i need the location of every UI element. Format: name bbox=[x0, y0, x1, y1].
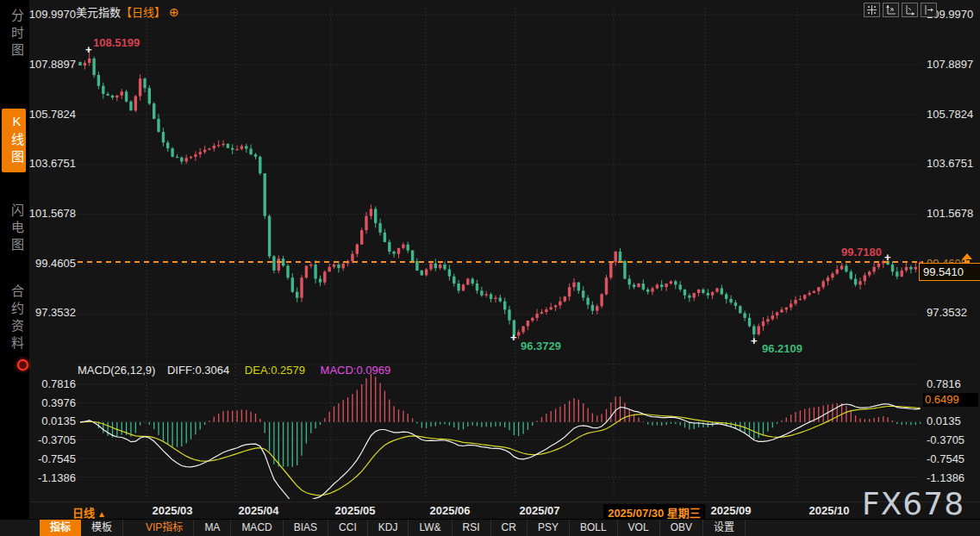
toolbar-indicator-button[interactable]: 指标 bbox=[40, 520, 81, 536]
toolbar-kdj-button[interactable]: KDJ bbox=[368, 520, 409, 536]
price-tick-right: 107.8897 bbox=[927, 59, 980, 71]
macd-params[interactable]: MACD(26,12,9) bbox=[78, 364, 155, 377]
chart-title: 美元指数【日线】⊕ bbox=[76, 3, 179, 20]
chart-region: 美元指数【日线】⊕ 109.9970107.8897105.7824103.67… bbox=[0, 0, 980, 536]
low-marker-cross: + bbox=[510, 334, 517, 341]
scale-y-axis-icon[interactable] bbox=[883, 3, 899, 17]
toolbar-cr-button[interactable]: CR bbox=[491, 520, 527, 536]
sidebar-tab-time-chart[interactable]: 分时图 bbox=[2, 3, 26, 65]
date-label: 2025/06 bbox=[430, 504, 471, 517]
toolbar-vip-indicator-button[interactable]: VIP指标 bbox=[135, 520, 194, 536]
macd-tick-right: 0.0135 bbox=[927, 415, 980, 427]
macd-dea-value: DEA:0.2579 bbox=[245, 364, 305, 377]
expand-arrow-icon: ▲ bbox=[97, 509, 106, 519]
date-label: 2025/07 bbox=[520, 504, 560, 517]
timeframe-label: 日线 bbox=[72, 507, 95, 520]
price-candlestick-pane[interactable] bbox=[77, 0, 923, 371]
chart-tool-buttons bbox=[864, 3, 937, 17]
period-high-label: 108.5199 bbox=[93, 36, 140, 49]
macd-tick-right: -1.1386 bbox=[927, 472, 980, 484]
sidebar-tab-candlestick-chart[interactable]: K线图 bbox=[2, 109, 26, 172]
toolbar-template-button[interactable]: 模板 bbox=[81, 520, 123, 536]
macd-tick-right: 0.7816 bbox=[927, 378, 980, 390]
current-price-line bbox=[78, 261, 923, 263]
add-compare-icon[interactable]: ⊕ bbox=[169, 5, 179, 19]
price-tick-right: 97.3532 bbox=[927, 307, 980, 319]
macd-indicator-pane[interactable] bbox=[77, 371, 923, 499]
high-marker-cross: + bbox=[85, 47, 92, 53]
price-tick-right: 103.6751 bbox=[927, 158, 980, 170]
price-tick-right: 105.7824 bbox=[927, 109, 980, 121]
september-low-label: 96.2109 bbox=[762, 342, 802, 355]
toolbar-settings-button[interactable]: 设置 bbox=[703, 520, 746, 536]
july-low-label: 96.3729 bbox=[521, 340, 561, 352]
toolbar-macd-button[interactable]: MACD bbox=[231, 520, 283, 536]
fx678-watermark: FX678 bbox=[862, 486, 964, 521]
indicator-toolbar: 指标 模板 VIP指标 MA MACD BIAS CCI KDJ LW& RSI… bbox=[0, 519, 980, 536]
go-to-latest-icon[interactable] bbox=[921, 3, 937, 17]
price-tick-right: 101.5678 bbox=[927, 208, 980, 220]
date-label: 2025/03 bbox=[153, 504, 193, 517]
toolbar-psy-button[interactable]: PSY bbox=[527, 520, 570, 536]
date-label: 2025/05 bbox=[335, 504, 376, 517]
toolbar-bias-button[interactable]: BIAS bbox=[284, 520, 328, 536]
macd-diff-value: DIFF:0.3064 bbox=[167, 364, 229, 377]
low2-marker-cross: + bbox=[751, 338, 758, 345]
macd-tick-right: -0.3705 bbox=[927, 434, 980, 446]
toolbar-cci-button[interactable]: CCI bbox=[328, 520, 368, 536]
date-label: 2025/04 bbox=[239, 504, 279, 517]
date-label: 2025/10 bbox=[809, 504, 850, 517]
time-axis: 日线▲ 2025/032025/042025/052025/062025/072… bbox=[29, 502, 980, 520]
move-tool-icon[interactable] bbox=[864, 3, 880, 17]
macd-tick-right: -0.7545 bbox=[927, 453, 980, 465]
interval-tag[interactable]: 【日线】 bbox=[121, 6, 165, 19]
current-price-box: 99.5410 bbox=[919, 263, 980, 281]
recent-high-marker-cross: + bbox=[884, 254, 891, 261]
scale-x-axis-icon[interactable] bbox=[902, 3, 918, 17]
toolbar-ma-button[interactable]: MA bbox=[194, 520, 231, 536]
fx678-chart-window: 美元指数【日线】⊕ 109.9970107.8897105.7824103.67… bbox=[0, 0, 980, 536]
symbol-name: 美元指数 bbox=[76, 6, 121, 19]
toolbar-vol-button[interactable]: VOL bbox=[618, 520, 660, 536]
toolbar-rsi-button[interactable]: RSI bbox=[453, 520, 491, 536]
macd-macd-value: MACD:0.0969 bbox=[321, 364, 391, 377]
date-label: 2025/09 bbox=[711, 504, 752, 517]
sidebar-tab-contract-info[interactable]: 合约资料 bbox=[2, 279, 26, 358]
chart-type-sidebar: 分时图 K线图 闪电图 合约资料 bbox=[0, 0, 29, 519]
macd-current-value-box: 0.6499 bbox=[923, 393, 978, 407]
alert-icon[interactable] bbox=[17, 359, 28, 371]
sidebar-tab-lightning-chart[interactable]: 闪电图 bbox=[2, 198, 26, 260]
macd-header: MACD(26,12,9) DIFF:0.3064 DEA:0.2579 MAC… bbox=[78, 364, 390, 377]
toolbar-boll-button[interactable]: BOLL bbox=[570, 520, 618, 536]
toolbar-lw-button[interactable]: LW& bbox=[409, 520, 452, 536]
recent-high-label: 99.7180 bbox=[841, 246, 882, 259]
toolbar-obv-button[interactable]: OBV bbox=[660, 520, 703, 536]
